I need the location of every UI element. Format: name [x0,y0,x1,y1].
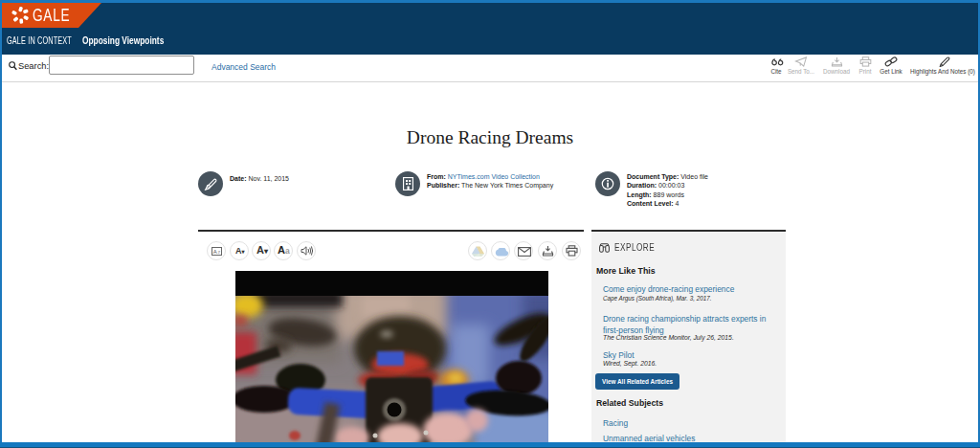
svg-text:A: A [213,249,217,255]
svg-text:z: z [217,249,220,255]
